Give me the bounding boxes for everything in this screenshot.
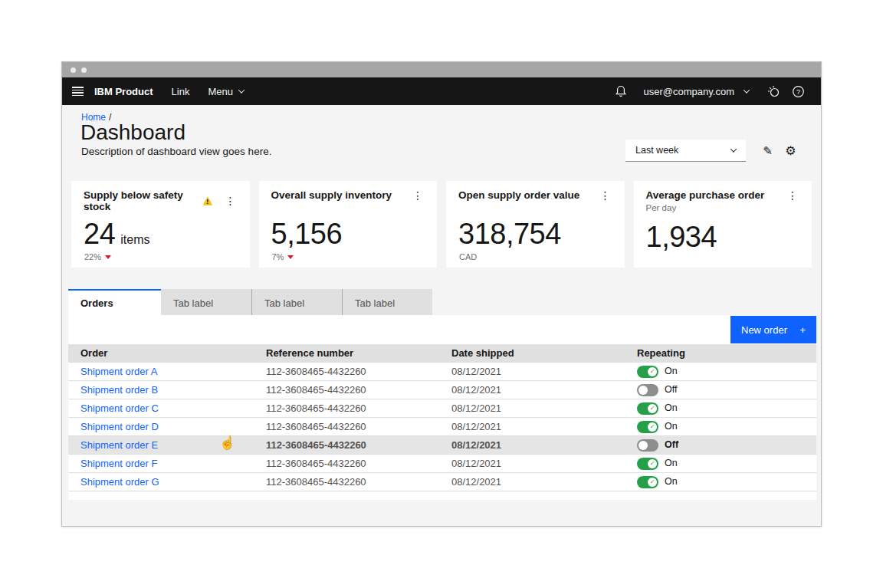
chevron-down-icon [743, 87, 750, 93]
period-dropdown[interactable]: Last week [625, 140, 746, 162]
toggle-state-label: On [665, 455, 678, 472]
svg-text:?: ? [796, 87, 799, 95]
new-order-button[interactable]: New order + [730, 316, 816, 343]
order-link[interactable]: Shipment order B [80, 384, 158, 396]
overflow-menu-icon[interactable]: ⋮ [411, 190, 425, 201]
toggle-state-label: Off [665, 381, 677, 399]
menu-icon[interactable] [62, 77, 93, 105]
add-icon: + [799, 324, 806, 336]
card-overall-supply-inventory: Overall supply inventory ⋮ 5,156 7% [259, 181, 438, 268]
reference-number-cell: 112-3608465-4432260 [254, 436, 439, 454]
tabs: OrdersTab labelTab labelTab label [68, 289, 432, 315]
metric-trend: 22% [84, 252, 111, 261]
reference-number-cell: 112-3608465-4432260 [254, 381, 439, 399]
repeating-toggle[interactable]: ✓ [637, 439, 658, 452]
metric-value: 24 [84, 218, 115, 251]
notification-bell-icon[interactable] [609, 77, 633, 105]
page-title: Dashboard [80, 120, 185, 145]
edit-icon[interactable]: ✎ [761, 143, 774, 159]
nav-menu[interactable]: Menu [208, 86, 244, 97]
toggle-state-label: On [665, 363, 678, 380]
warning-icon [202, 195, 213, 206]
table-toolbar: New order + [68, 315, 816, 344]
column-header-repeating: Repeating [625, 344, 816, 363]
metric-cards: Supply below safety stock ⋮ 24 items 22%… [71, 181, 812, 268]
date-shipped-cell: 08/12/2021 [439, 436, 625, 454]
order-link[interactable]: Shipment order A [80, 366, 157, 377]
app-window: IBM Product Link Menu user@company.com ?… [61, 61, 822, 527]
order-link[interactable]: Shipment order F [80, 458, 157, 469]
metric-value: 318,754 [458, 218, 561, 251]
chevron-down-icon [730, 146, 737, 152]
metric-value: 5,156 [271, 218, 343, 251]
card-open-supply-order-value: Open supply order value ⋮ 318,754 CAD [446, 181, 625, 268]
repeating-toggle[interactable]: ✓ [637, 366, 658, 378]
help-icon[interactable]: ? [786, 77, 810, 105]
repeating-toggle[interactable]: ✓ [637, 384, 658, 396]
order-link[interactable]: Shipment order E [80, 439, 158, 451]
reference-number-cell: 112-3608465-4432260 [254, 455, 439, 472]
table-row: Shipment order B 112-3608465-4432260 08/… [68, 381, 816, 399]
overflow-menu-icon[interactable]: ⋮ [786, 190, 799, 201]
card-title: Overall supply inventory [271, 189, 392, 201]
repeating-toggle[interactable]: ✓ [637, 476, 658, 488]
repeating-toggle[interactable]: ✓ [637, 458, 658, 470]
settings-gear-icon[interactable]: ⚙ [784, 143, 797, 159]
metric-value: 1,934 [646, 221, 717, 254]
sparkle-icon[interactable] [761, 77, 786, 105]
product-name: IBM Product [94, 86, 153, 97]
order-link[interactable]: Shipment order C [80, 402, 159, 414]
toggle-state-label: On [665, 399, 678, 417]
user-email: user@company.com [644, 86, 734, 97]
table-row: Shipment order D 112-3608465-4432260 08/… [68, 418, 816, 436]
column-header-reference: Reference number [254, 344, 439, 363]
orders-panel: New order + Order Reference number Date … [68, 315, 816, 500]
tab-label-2[interactable]: Tab label [251, 289, 342, 315]
card-average-purchase-order: Average purchase order ⋮ Per day 1,934 [634, 181, 812, 268]
repeating-toggle[interactable]: ✓ [637, 421, 658, 433]
toggle-state-label: Off [665, 436, 678, 454]
tab-orders[interactable]: Orders [68, 289, 161, 315]
table-row: Shipment order F 112-3608465-4432260 08/… [68, 455, 816, 473]
order-link[interactable]: Shipment order D [80, 421, 159, 432]
date-shipped-cell: 08/12/2021 [439, 399, 625, 417]
window-control-dot[interactable] [81, 67, 87, 73]
reference-number-cell: 112-3608465-4432260 [254, 363, 439, 380]
tab-label-3[interactable]: Tab label [342, 289, 432, 315]
date-shipped-cell: 08/12/2021 [439, 473, 625, 491]
toggle-state-label: On [665, 418, 678, 435]
column-header-order: Order [68, 344, 254, 363]
user-account-menu[interactable]: user@company.com [644, 86, 749, 97]
date-shipped-cell: 08/12/2021 [439, 381, 625, 399]
card-title: Average purchase order [646, 189, 765, 201]
card-title: Open supply order value [458, 189, 579, 201]
column-header-date-shipped: Date shipped [439, 344, 625, 363]
chevron-down-icon [238, 87, 245, 93]
toggle-state-label: On [665, 473, 678, 491]
date-shipped-cell: 08/12/2021 [439, 455, 625, 472]
reference-number-cell: 112-3608465-4432260 [254, 399, 439, 417]
window-control-dot[interactable] [71, 67, 76, 73]
metric-unit: items [120, 233, 149, 247]
window-titlebar [62, 62, 821, 77]
overflow-menu-icon[interactable]: ⋮ [599, 190, 612, 201]
table-row: Shipment order E 112-3608465-4432260 08/… [68, 436, 816, 455]
table-row: Shipment order C 112-3608465-4432260 08/… [68, 399, 816, 418]
metric-trend: 7% [272, 252, 294, 261]
page-description: Description of dashboard view goes here. [81, 146, 271, 157]
table-header: Order Reference number Date shipped Repe… [68, 344, 816, 363]
app-header: IBM Product Link Menu user@company.com ? [62, 77, 821, 105]
repeating-toggle[interactable]: ✓ [637, 402, 658, 415]
tab-label-1[interactable]: Tab label [161, 289, 251, 315]
card-title: Supply below safety stock [84, 189, 202, 212]
date-shipped-cell: 08/12/2021 [439, 418, 625, 435]
overflow-menu-icon[interactable]: ⋮ [224, 195, 238, 206]
table-row: Shipment order A 112-3608465-4432260 08/… [68, 363, 816, 381]
period-dropdown-value: Last week [635, 145, 678, 156]
order-link[interactable]: Shipment order G [80, 476, 159, 488]
table-row: Shipment order G 112-3608465-4432260 08/… [68, 473, 816, 491]
metric-currency: CAD [459, 252, 477, 261]
card-subtitle: Per day [646, 203, 800, 212]
nav-link[interactable]: Link [172, 86, 190, 97]
date-shipped-cell: 08/12/2021 [439, 363, 625, 380]
